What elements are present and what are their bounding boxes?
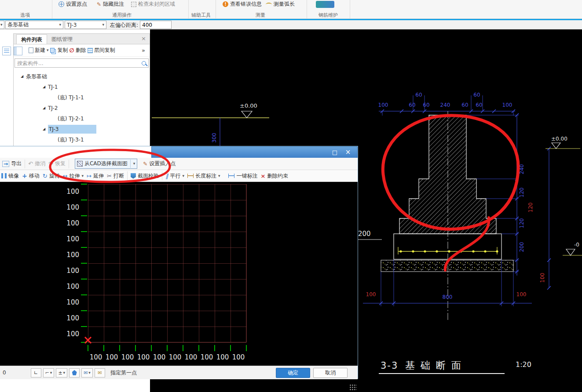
break-button[interactable]: ✂ 打断 <box>107 172 124 180</box>
redo-button[interactable]: ↷ 恢复 <box>48 160 66 167</box>
element-select[interactable]: TJ-3 ▾ <box>65 21 106 29</box>
floor-copy-button[interactable]: 层间复制 <box>88 47 115 54</box>
tree-label: 条形基础 <box>26 73 47 80</box>
svg-text:100: 100 <box>539 273 545 283</box>
svg-text:100: 100 <box>90 353 102 361</box>
titlebar-drag-area[interactable]: □ × <box>151 146 358 158</box>
stretch-button[interactable]: ↔ 拉伸 ▾ <box>63 172 84 180</box>
onekey-dimension-button[interactable]: 一键标注 <box>228 172 257 180</box>
search-box <box>15 58 149 68</box>
svg-text:60: 60 <box>415 92 422 98</box>
tree-item-tj3-sub[interactable]: (底) TJ-3-1 <box>14 134 150 145</box>
svg-text:100: 100 <box>66 188 79 196</box>
set-origin-label: 设置原点 <box>66 0 87 8</box>
tree-item-root[interactable]: ◢ 条形基础 <box>14 71 150 82</box>
chevron-down-icon[interactable]: ▾ <box>82 174 84 178</box>
copy-label: 复制 <box>58 47 68 54</box>
delete-constraint-button[interactable]: × 删除约束 <box>260 172 288 180</box>
set-origin-button[interactable]: 设置原点 <box>59 0 87 8</box>
view-errors-button[interactable]: ! 查看错误信息 <box>223 0 262 8</box>
chevron-down-icon: ▾ <box>47 48 49 52</box>
select-section-from-cad-button[interactable]: 从CAD选择截面图 ▾ <box>75 159 137 169</box>
tab-component-list[interactable]: 构件列表 <box>16 34 47 44</box>
move-label: 移动 <box>29 172 40 180</box>
input-mode-button[interactable]: ✉ ▾ <box>81 368 93 377</box>
tab-drawing-management[interactable]: 图纸管理 <box>47 34 77 44</box>
chevron-down-icon[interactable]: ▾ <box>133 162 135 166</box>
panel-layout-icon[interactable] <box>14 47 22 55</box>
export-button[interactable]: → 导出 <box>2 160 22 167</box>
corner-snap-button[interactable]: ⌐ ▾ <box>43 368 55 377</box>
svg-text:100: 100 <box>366 291 376 298</box>
new-button[interactable]: 新建 ▾ <box>29 47 49 54</box>
tree-item-tj1-sub[interactable]: (底) TJ-1-1 <box>14 92 150 103</box>
break-label: 打断 <box>113 172 124 180</box>
more-button[interactable]: » <box>142 47 150 54</box>
tree-item-tj1[interactable]: ◢ TJ-1 <box>14 82 150 92</box>
origin-icon <box>59 1 64 7</box>
set-insert-point-button[interactable]: ✎ 设置插入点 <box>143 160 176 167</box>
clipped-ribbon-button[interactable] <box>316 0 334 8</box>
chevron-down-icon: ▾ <box>88 371 91 375</box>
envelope-icon: ✉ <box>84 370 88 376</box>
fill-mode-button[interactable] <box>69 368 80 377</box>
mirror-button[interactable]: 镜像 <box>1 172 19 180</box>
level-triangle-icon <box>566 249 575 255</box>
copy-button[interactable]: 复制 <box>50 47 68 54</box>
redo-label: 恢复 <box>55 160 66 167</box>
section-title: 基础断面 <box>405 360 467 371</box>
top-dim-labels: 6060 10060 60240 6060 100 <box>378 92 512 108</box>
tree-item-tj2-sub[interactable]: (底) TJ-2-1 <box>14 113 150 124</box>
offset-input[interactable] <box>140 21 172 29</box>
close-button[interactable]: × <box>344 149 352 156</box>
tree-expander-icon[interactable]: ◢ <box>43 105 48 111</box>
move-button[interactable]: + 移动 <box>22 172 40 180</box>
ribbon-separator <box>350 0 350 18</box>
scissors-icon: ✂ <box>107 173 112 179</box>
measure-arc-button[interactable]: 测量弧长 <box>266 0 295 8</box>
hide-annotation-button[interactable]: ✎ 隐藏批注 <box>97 0 124 8</box>
parallel-button[interactable]: ∥ 平行 ▾ <box>165 172 184 180</box>
section-check-button[interactable]: 截面校验 <box>131 172 159 180</box>
search-input[interactable] <box>17 60 142 66</box>
tree-item-tj2[interactable]: ◢ TJ-2 <box>14 103 150 113</box>
list-view-icon[interactable] <box>2 47 11 55</box>
resize-grip[interactable] <box>349 384 357 390</box>
tree-label: (底) TJ-2-1 <box>58 115 84 123</box>
group-label-common: 通用操作 <box>104 12 139 18</box>
chevron-down-icon: ▾ <box>102 23 104 27</box>
tree-expander-icon[interactable]: ◢ <box>43 84 48 90</box>
scale-label: 1:20 <box>516 360 531 369</box>
tree-expander-icon[interactable]: ◢ <box>21 74 26 79</box>
svg-text:100: 100 <box>216 353 229 361</box>
ortho-snap-button[interactable]: ∟ <box>31 368 41 377</box>
message-button[interactable]: ✉ <box>95 368 105 377</box>
increment-button[interactable]: ± ▾ <box>56 368 67 377</box>
status-hint: 指定第一点 <box>110 369 137 377</box>
mirror-label: 镜像 <box>8 172 19 180</box>
ok-button[interactable]: 确定 <box>276 368 310 378</box>
undo-button[interactable]: ↶ 撤消 <box>28 160 45 167</box>
length-dimension-button[interactable]: 长度标注 ▾ <box>187 172 220 180</box>
tree-item-tj3-selected[interactable]: ◢ TJ-3 <box>14 124 150 134</box>
extend-button[interactable]: ↦ 延伸 <box>87 172 104 180</box>
rotate-button[interactable]: ↻ 旋转 <box>43 172 60 180</box>
chevron-down-icon[interactable]: ▾ <box>182 174 184 178</box>
check-unclosed-button[interactable]: 检查未封闭区域 <box>131 0 175 8</box>
delete-button[interactable]: ∅ 删除 <box>70 47 86 54</box>
category-select[interactable]: 条形基础 ▾ <box>5 21 63 29</box>
chevron-down-icon[interactable]: ▾ <box>218 174 220 178</box>
partial-combo[interactable]: ▾ <box>0 21 4 29</box>
search-icon[interactable] <box>142 61 146 65</box>
maximize-button[interactable]: □ <box>331 149 339 156</box>
stretch-icon: ↔ <box>63 173 68 179</box>
cancel-button[interactable]: 取消 <box>313 368 348 378</box>
chevron-down-icon: ▾ <box>0 23 3 27</box>
tree-label: TJ-1 <box>48 84 58 90</box>
section-number: 3-3 <box>381 360 398 371</box>
section-editor-canvas[interactable]: 100100 100100 100100 100100 100100 10010… <box>0 182 358 366</box>
group-label-aux-tools: 辅助工具 <box>183 12 219 18</box>
tree-label-selected: TJ-3 <box>48 125 96 134</box>
tree-expander-icon[interactable]: ◢ <box>43 127 48 132</box>
close-icon[interactable]: × <box>141 36 146 41</box>
